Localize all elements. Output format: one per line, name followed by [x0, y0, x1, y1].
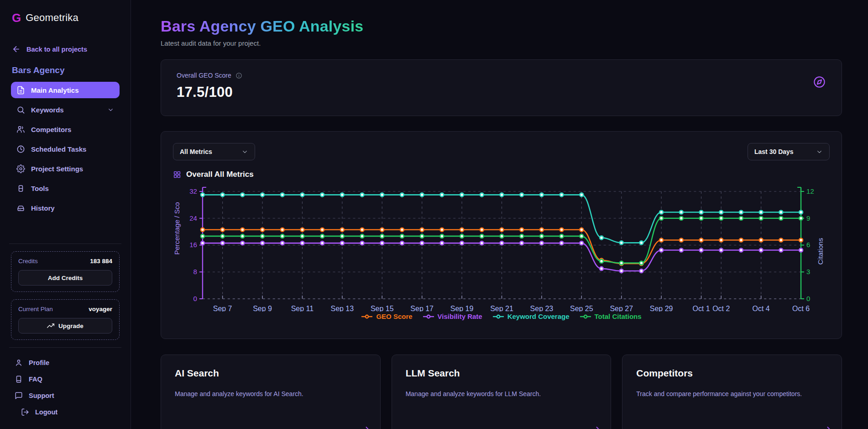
- chart-title: Overall All Metrics: [186, 170, 254, 179]
- footer-item-label: Logout: [35, 408, 58, 416]
- chevron-down-icon[interactable]: [107, 106, 114, 113]
- sidebar-item-project-settings[interactable]: Project Settings: [11, 160, 120, 177]
- svg-text:Oct 6: Oct 6: [792, 305, 810, 312]
- card-title: AI Search: [175, 368, 366, 379]
- metric-filter-dropdown[interactable]: All Metrics: [173, 143, 255, 160]
- sidebar-divider: [9, 347, 121, 348]
- sidebar-item-tools[interactable]: Tools: [11, 180, 120, 196]
- card-description: Manage and analyze keywords for LLM Sear…: [406, 390, 597, 397]
- trending-up-icon: [47, 322, 54, 329]
- upgrade-button[interactable]: Upgrade: [18, 318, 112, 334]
- sidebar-item-keywords[interactable]: Keywords: [11, 101, 120, 118]
- metric-filter-value: All Metrics: [180, 148, 212, 155]
- card-description: Track and compare performance against yo…: [636, 390, 828, 397]
- compass-icon[interactable]: [813, 75, 826, 89]
- svg-text:Sep 9: Sep 9: [253, 305, 272, 312]
- toolbox-icon: [16, 184, 25, 193]
- chat-icon: [15, 392, 23, 400]
- plan-box: Current Plan voyager Upgrade: [11, 299, 120, 340]
- book-icon: [15, 375, 23, 383]
- credits-value: 183 884: [90, 258, 112, 265]
- svg-text:Sep 15: Sep 15: [371, 305, 394, 312]
- svg-text:Sep 11: Sep 11: [291, 305, 314, 312]
- svg-text:Sep 27: Sep 27: [610, 305, 633, 312]
- upgrade-label: Upgrade: [58, 323, 84, 329]
- gear-icon: [16, 164, 25, 173]
- user-icon: [15, 359, 23, 367]
- logo-text: Geometrika: [26, 12, 78, 24]
- overall-geo-score-card: Overall GEO Score 17.5/100: [161, 59, 842, 116]
- legend-label: GEO Score: [376, 312, 412, 320]
- svg-text:Oct 1: Oct 1: [692, 305, 710, 312]
- svg-text:Sep 29: Sep 29: [650, 305, 673, 312]
- score-value: 17.5/100: [177, 84, 826, 101]
- svg-text:Citations: Citations: [816, 238, 824, 265]
- svg-text:12: 12: [806, 187, 814, 195]
- legend-marker-icon: [361, 314, 373, 319]
- people-icon: [16, 125, 25, 134]
- score-label: Overall GEO Score: [177, 72, 231, 79]
- sidebar-item-faq[interactable]: FAQ: [11, 371, 120, 387]
- svg-text:Sep 21: Sep 21: [490, 305, 513, 312]
- back-link-label: Back to all projects: [26, 46, 87, 53]
- sidebar-item-history[interactable]: History: [11, 200, 120, 216]
- document-icon: [16, 86, 25, 95]
- llm-search-card[interactable]: LLM Search Manage and analyze keywords f…: [392, 355, 612, 429]
- chevron-right-icon[interactable]: [824, 425, 833, 429]
- plan-value: voyager: [89, 306, 112, 312]
- legend-item-visibility-rate[interactable]: Visibility Rate: [423, 312, 482, 320]
- competitors-card[interactable]: Competitors Track and compare performanc…: [622, 355, 842, 429]
- grid-icon: [173, 170, 181, 179]
- metrics-chart: Sep 7Sep 9Sep 11Sep 13Sep 15Sep 17Sep 19…: [173, 183, 830, 312]
- svg-text:Sep 17: Sep 17: [410, 305, 434, 312]
- svg-text:Sep 25: Sep 25: [570, 305, 593, 312]
- sidebar-item-main-analytics[interactable]: Main Analytics: [11, 82, 120, 98]
- date-range-dropdown[interactable]: Last 30 Days: [748, 143, 830, 160]
- plan-label: Current Plan: [18, 306, 53, 312]
- page-subtitle: Latest audit data for your project.: [161, 39, 842, 47]
- sidebar-item-logout[interactable]: Logout: [11, 404, 120, 420]
- svg-text:32: 32: [189, 187, 197, 195]
- app-logo: G Geometrika: [12, 12, 119, 24]
- sidebar-item-competitors[interactable]: Competitors: [11, 121, 120, 138]
- sidebar-item-label: Tools: [31, 185, 49, 192]
- svg-text:24: 24: [189, 214, 197, 222]
- svg-text:0: 0: [806, 295, 810, 302]
- sidebar-item-label: Scheduled Tasks: [31, 145, 86, 153]
- add-credits-button[interactable]: Add Credits: [18, 270, 112, 286]
- sidebar-item-label: Keywords: [31, 106, 64, 114]
- ai-search-card[interactable]: AI Search Manage and analyze keywords fo…: [161, 355, 381, 429]
- drive-icon: [16, 204, 25, 212]
- page-title: Bars Agency GEO Analysis: [161, 17, 363, 35]
- svg-text:Sep 23: Sep 23: [530, 305, 554, 312]
- chevron-right-icon[interactable]: [363, 425, 372, 429]
- chevron-down-icon: [816, 148, 823, 155]
- legend-label: Keyword Coverage: [507, 312, 570, 320]
- sidebar-item-profile[interactable]: Profile: [11, 355, 120, 371]
- sidebar-item-scheduled-tasks[interactable]: Scheduled Tasks: [11, 141, 120, 157]
- svg-text:Sep 13: Sep 13: [331, 305, 354, 312]
- svg-text:16: 16: [189, 241, 197, 249]
- sidebar-item-label: Main Analytics: [31, 86, 78, 94]
- svg-text:Sep 7: Sep 7: [213, 305, 232, 312]
- back-to-projects-link[interactable]: Back to all projects: [12, 45, 119, 53]
- search-icon: [16, 106, 25, 114]
- logout-icon: [21, 408, 29, 416]
- card-description: Manage and analyze keywords for AI Searc…: [175, 390, 366, 397]
- footer-item-label: FAQ: [29, 376, 42, 383]
- credits-box: Credits 183 884 Add Credits: [11, 251, 120, 292]
- chevron-down-icon: [241, 148, 248, 155]
- legend-marker-icon: [580, 314, 591, 319]
- svg-text:8: 8: [193, 268, 197, 275]
- legend-marker-icon: [492, 314, 504, 319]
- info-icon[interactable]: [235, 72, 242, 79]
- legend-item-geo-score[interactable]: GEO Score: [361, 312, 412, 320]
- sidebar-item-support[interactable]: Support: [11, 388, 120, 403]
- credits-label: Credits: [18, 258, 38, 265]
- legend-item-total-citations[interactable]: Total Citations: [580, 312, 642, 320]
- legend-label: Total Citations: [595, 312, 642, 320]
- legend-item-keyword-coverage[interactable]: Keyword Coverage: [492, 312, 570, 320]
- chevron-right-icon[interactable]: [593, 425, 602, 429]
- sidebar-nav: Main Analytics Keywords Competitors Sche…: [11, 82, 120, 216]
- arrow-left-icon: [12, 45, 21, 53]
